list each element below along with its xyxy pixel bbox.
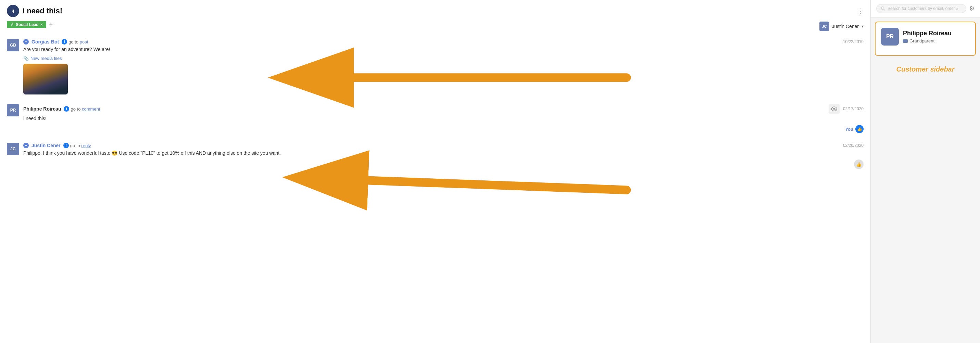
ticket-header: 4 ↑ i need this! ⋮ ✓ Social Lead × + JC … (0, 0, 870, 32)
message-text: Philippe, I think you have wonderful tas… (23, 149, 864, 157)
visibility-toggle-icon[interactable] (829, 104, 840, 114)
customer-sidebar-annotation: Customer sidebar (871, 60, 980, 79)
fb-icon-area: f go to reply (64, 143, 91, 148)
message-item: PR Philippe Roireau f go to comment (7, 104, 864, 133)
search-icon (881, 6, 886, 11)
message-content: ● Gorgias Bot f go to post 10/22/2019 Ar… (23, 39, 864, 94)
assignee-avatar: JC (819, 22, 829, 31)
svg-line-4 (832, 107, 837, 111)
bot-icon: ● (23, 39, 29, 44)
message-item: GB ● Gorgias Bot f go to post (7, 39, 864, 94)
notification-badge: 4 ↑ (7, 5, 19, 17)
timestamp: 02/20/2020 (843, 143, 864, 148)
like-area: You 👍 (23, 125, 864, 133)
comment-link[interactable]: comment (82, 106, 100, 111)
assignee-name: Justin Cener (832, 24, 859, 29)
tag-check-icon: ✓ (10, 22, 14, 27)
header-bottom-row: ✓ Social Lead × + JC Justin Cener ▾ (7, 21, 864, 32)
go-to-text: go to post (68, 40, 88, 44)
avatar: PR (7, 104, 19, 116)
header-top-row: 4 ↑ i need this! ⋮ (7, 5, 864, 17)
go-to-text: go to comment (70, 106, 100, 111)
sender-name: Justin Cener (32, 143, 60, 148)
add-tag-button[interactable]: + (49, 21, 53, 29)
media-files-label[interactable]: 📎 New media files (23, 56, 864, 61)
media-thumbnail (23, 64, 68, 94)
sender-name: Gorgias Bot (32, 39, 59, 44)
assignee-dropdown-icon[interactable]: ▾ (862, 24, 864, 29)
fb-logo-icon: f (64, 106, 69, 111)
customer-name: Philippe Roireau (903, 30, 951, 37)
avatar: GB (7, 39, 19, 51)
fb-logo-icon: f (62, 39, 67, 44)
like-button[interactable]: 👍 (854, 159, 864, 169)
ticket-title: i need this! (22, 6, 62, 16)
search-placeholder: Search for customers by email, order # (888, 6, 958, 11)
gear-icon[interactable]: ⚙ (969, 5, 975, 12)
message-header: ● Justin Cener f go to reply 02/20/2020 (23, 143, 864, 148)
right-sidebar: Search for customers by email, order # ⚙… (870, 0, 980, 343)
svg-point-5 (881, 7, 884, 10)
message-header-right: 02/17/2020 (829, 104, 864, 114)
fb-icon-area: f go to comment (64, 106, 100, 111)
up-arrow-icon: ↑ (12, 12, 14, 16)
message-meta: ● Gorgias Bot f go to post (23, 39, 88, 44)
social-lead-tag: ✓ Social Lead × (7, 21, 46, 28)
tag-label: Social Lead (16, 22, 39, 27)
post-link[interactable]: post (80, 40, 88, 44)
svg-line-6 (884, 9, 885, 11)
customer-info: Philippe Roireau Grandparent (903, 30, 951, 43)
assignee-area: JC Justin Cener ▾ (819, 22, 864, 31)
tag-remove-icon[interactable]: × (40, 22, 43, 27)
like-button[interactable]: 👍 (855, 125, 864, 133)
go-to-text: go to reply (70, 143, 91, 148)
message-header: Philippe Roireau f go to comment (23, 104, 864, 114)
tags-area: ✓ Social Lead × + (7, 21, 53, 29)
message-header: ● Gorgias Bot f go to post 10/22/2019 (23, 39, 864, 44)
bot-icon: ● (23, 143, 29, 148)
sidebar-header: Search for customers by email, order # ⚙ (871, 0, 980, 17)
fb-icon-area: f go to post (62, 39, 88, 44)
customer-search-box[interactable]: Search for customers by email, order # (876, 4, 966, 13)
message-text: Are you ready for an adventure? We are! (23, 46, 864, 53)
conversation-body: GB ● Gorgias Bot f go to post (0, 32, 870, 343)
message-meta: ● Justin Cener f go to reply (23, 143, 91, 148)
message-item: JC ● Justin Cener f go to reply (7, 143, 864, 169)
reply-link[interactable]: reply (81, 143, 91, 148)
message-content: ● Justin Cener f go to reply 02/20/2020 … (23, 143, 864, 169)
title-area: 4 ↑ i need this! (7, 5, 62, 17)
message-content: Philippe Roireau f go to comment (23, 104, 864, 133)
timestamp: 02/17/2020 (843, 106, 864, 111)
customer-tag-label: Grandparent (910, 38, 934, 43)
thumbnail-image (23, 64, 68, 94)
customer-avatar: PR (881, 28, 899, 46)
avatar: JC (7, 143, 19, 155)
more-options-icon[interactable]: ⋮ (857, 7, 864, 15)
like-area: 👍 (23, 159, 864, 169)
customer-tag: Grandparent (903, 38, 951, 43)
like-label: You (845, 127, 853, 132)
fb-logo-icon: f (64, 143, 69, 148)
customer-card: PR Philippe Roireau Grandparent (875, 22, 976, 56)
paperclip-icon: 📎 (23, 56, 29, 61)
message-text: i need this! (23, 115, 864, 122)
main-conversation-area: 4 ↑ i need this! ⋮ ✓ Social Lead × + JC … (0, 0, 870, 343)
timestamp: 10/22/2019 (843, 40, 864, 44)
message-meta: Philippe Roireau f go to comment (23, 106, 100, 111)
customer-card-inner: PR Philippe Roireau Grandparent (881, 28, 970, 46)
sender-name: Philippe Roireau (23, 106, 61, 111)
tag-icon (903, 40, 908, 43)
